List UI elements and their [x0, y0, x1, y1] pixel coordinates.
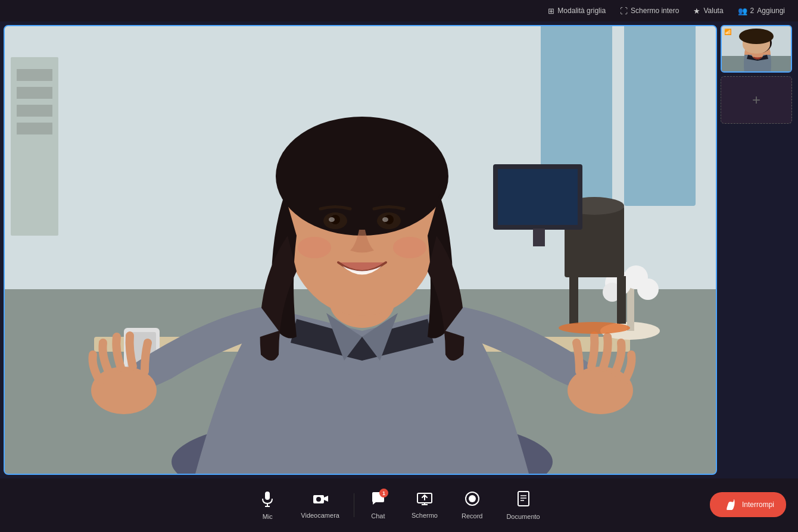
svg-point-56: [469, 495, 476, 502]
end-call-button[interactable]: Interrompi: [710, 492, 786, 517]
main-area: 📶 +: [0, 21, 798, 478]
svg-point-51: [316, 497, 321, 502]
full-screen-button[interactable]: ⛶ Schermo intero: [614, 4, 685, 18]
svg-rect-36: [617, 276, 626, 324]
screen-icon: [416, 492, 433, 509]
phone-icon: [722, 499, 738, 510]
svg-rect-7: [17, 105, 52, 117]
svg-rect-8: [17, 123, 52, 134]
document-button[interactable]: Documento: [494, 486, 551, 525]
sidebar: 📶 +: [721, 21, 798, 478]
record-button[interactable]: Record: [450, 486, 494, 524]
svg-point-45: [743, 32, 772, 54]
divider-1: [354, 493, 354, 517]
svg-rect-42: [722, 26, 792, 56]
camera-icon: [312, 492, 329, 509]
svg-rect-40: [533, 229, 545, 246]
camera-button[interactable]: Videocamera: [289, 487, 351, 524]
svg-rect-47: [265, 492, 270, 500]
svg-rect-5: [17, 69, 52, 81]
svg-point-28: [382, 217, 388, 222]
person-svg: [5, 26, 716, 474]
people-icon: 👥: [738, 7, 747, 15]
thumb-svg: [722, 26, 792, 73]
record-icon: [465, 491, 480, 510]
grid-mode-button[interactable]: ⊞ Modalità griglia: [542, 4, 612, 18]
star-icon: ★: [693, 7, 700, 15]
svg-point-22: [276, 117, 448, 236]
mic-icon: [260, 490, 275, 511]
document-icon: [517, 490, 530, 511]
grid-icon: ⊞: [548, 7, 554, 15]
svg-point-27: [329, 217, 335, 222]
bottom-toolbar: Mic Videocamera 1 Chat: [0, 478, 798, 532]
svg-rect-3: [624, 26, 696, 206]
svg-point-15: [637, 278, 659, 300]
svg-point-29: [298, 237, 331, 258]
svg-rect-39: [498, 169, 578, 225]
fullscreen-icon: ⛶: [620, 7, 628, 15]
chat-icon: 1: [370, 491, 386, 510]
main-video: [4, 25, 717, 475]
svg-rect-35: [569, 276, 578, 324]
svg-rect-57: [518, 492, 529, 506]
video-content: [5, 26, 716, 474]
top-bar: ⊞ Modalità griglia ⛶ Schermo intero ★ Va…: [0, 0, 798, 21]
participant-video-1: [722, 26, 791, 71]
mic-button[interactable]: Mic: [246, 486, 289, 525]
svg-point-37: [559, 322, 630, 334]
signal-icon: 📶: [724, 29, 731, 35]
rate-button[interactable]: ★ Valuta: [687, 4, 729, 18]
participant-thumbnail-1[interactable]: 📶: [721, 25, 792, 73]
add-participant-button[interactable]: +: [721, 76, 792, 124]
svg-point-30: [393, 237, 426, 258]
svg-rect-6: [17, 87, 52, 99]
plus-icon: +: [752, 92, 760, 108]
svg-rect-4: [11, 57, 58, 236]
screen-share-button[interactable]: Schermo: [400, 487, 450, 524]
chat-button[interactable]: 1 Chat: [357, 486, 400, 524]
participants-button[interactable]: 👥 2 Aggiungi: [732, 4, 791, 18]
